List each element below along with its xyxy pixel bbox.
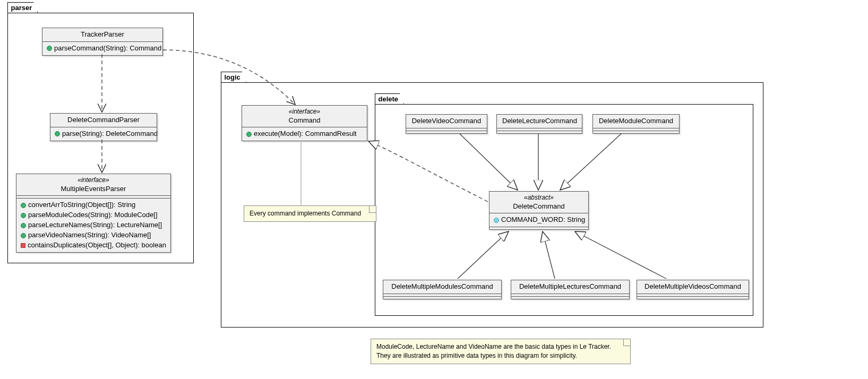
- method: parseModuleCodes(String): ModuleCode[]: [21, 210, 166, 220]
- method: convertArrToString(Object[]): String: [21, 200, 166, 210]
- class-title: Command: [247, 116, 362, 125]
- attribute: COMMAND_WORD: String: [494, 215, 584, 225]
- stereotype: «abstract»: [495, 194, 583, 202]
- visibility-public-icon: [21, 213, 26, 218]
- visibility-public-icon: [21, 203, 26, 208]
- stereotype: «interface»: [247, 108, 362, 116]
- class-delete-multiple-lectures-command: DeleteMultipleLecturesCommand: [511, 280, 630, 299]
- visibility-icon: [494, 218, 499, 223]
- class-command: «interface» Command execute(Model): Comm…: [242, 105, 367, 141]
- method: containsDuplicates(Object[], Object): bo…: [21, 240, 166, 251]
- note-corner-icon: [369, 206, 376, 213]
- class-title: DeleteCommand: [495, 202, 583, 211]
- class-multiple-events-parser: «interface» MultipleEventsParser convert…: [16, 174, 171, 253]
- method: parseCommand(String): Command: [47, 44, 158, 54]
- class-delete-module-command: DeleteModuleCommand: [592, 114, 680, 134]
- class-delete-command-parser: DeleteCommandParser parse(String): Delet…: [50, 113, 157, 141]
- class-delete-lecture-command: DeleteLectureCommand: [496, 114, 582, 134]
- visibility-public-icon: [47, 46, 52, 51]
- method: parseLectureNames(String): LectureName[]: [21, 220, 166, 230]
- note-corner-icon: [623, 339, 630, 346]
- visibility-public-icon: [21, 223, 26, 228]
- class-tracker-parser: TrackerParser parseCommand(String): Comm…: [42, 28, 163, 56]
- package-logic-tab: logic: [221, 72, 246, 82]
- class-title: DeleteLectureCommand: [497, 115, 582, 128]
- visibility-public-icon: [21, 233, 26, 238]
- method: parse(String): DeleteCommand: [55, 129, 152, 139]
- class-delete-command: «abstract» DeleteCommand COMMAND_WORD: S…: [489, 191, 589, 230]
- visibility-private-icon: [21, 243, 25, 248]
- note-data-types: ModuleCode, LectureName and VideoName ar…: [371, 339, 631, 364]
- class-title: TrackerParser: [42, 28, 162, 42]
- package-delete-tab: delete: [375, 93, 405, 104]
- class-title: DeleteCommandParser: [50, 114, 157, 127]
- package-parser-tab: parser: [7, 2, 38, 13]
- class-title: DeleteMultipleModulesCommand: [383, 280, 501, 294]
- note-command-implements: Every command implements Command: [244, 205, 376, 222]
- method: parseVideoNames(String): VideoName[]: [21, 230, 166, 240]
- stereotype: «interface»: [22, 176, 165, 185]
- class-delete-video-command: DeleteVideoCommand: [406, 114, 487, 134]
- class-delete-multiple-videos-command: DeleteMultipleVideosCommand: [637, 280, 749, 299]
- visibility-public-icon: [246, 132, 252, 137]
- class-title: DeleteMultipleLecturesCommand: [511, 280, 629, 294]
- visibility-public-icon: [55, 131, 60, 136]
- class-title: MultipleEventsParser: [22, 185, 165, 194]
- method: execute(Model): CommandResult: [246, 129, 363, 139]
- class-delete-multiple-modules-command: DeleteMultipleModulesCommand: [383, 280, 502, 299]
- class-title: DeleteMultipleVideosCommand: [637, 280, 749, 294]
- class-title: DeleteVideoCommand: [406, 115, 487, 128]
- class-title: DeleteModuleCommand: [593, 115, 679, 128]
